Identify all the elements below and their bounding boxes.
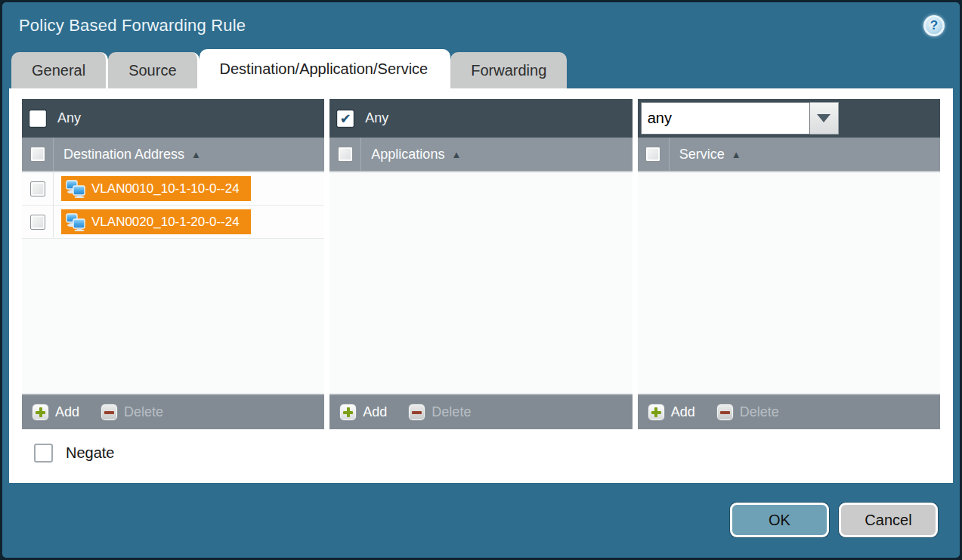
applications-add-button[interactable]: Add xyxy=(339,404,387,421)
chevron-down-icon xyxy=(817,114,831,122)
service-select-all-checkbox[interactable] xyxy=(645,147,660,162)
tab-source[interactable]: Source xyxy=(108,52,199,88)
service-dropdown[interactable] xyxy=(641,102,839,135)
applications-any-label: Any xyxy=(365,110,388,126)
sort-ascending-icon: ▲ xyxy=(732,150,741,159)
destination-address-header-row[interactable]: Destination Address ▲ xyxy=(22,138,324,172)
delete-icon xyxy=(101,404,118,421)
address-entry-label: VLAN0010_10-1-10-0--24 xyxy=(91,181,240,196)
sort-ascending-icon: ▲ xyxy=(191,150,201,159)
negate-label: Negate xyxy=(66,444,115,462)
address-entry[interactable]: VLAN0010_10-1-10-0--24 xyxy=(61,176,251,201)
destination-address-header-label: Destination Address xyxy=(63,147,184,162)
dialog-button-bar: OK Cancel xyxy=(2,483,960,558)
row-checkbox[interactable] xyxy=(30,215,45,230)
cancel-button[interactable]: Cancel xyxy=(839,503,938,537)
service-delete-button[interactable]: Delete xyxy=(716,404,779,421)
destination-select-all-checkbox[interactable] xyxy=(30,147,45,162)
applications-delete-button[interactable]: Delete xyxy=(408,404,471,421)
destination-address-list: VLAN0010_10-1-10-0--24 VLAN0020_10-1-20-… xyxy=(22,172,324,394)
applications-any-band: Any xyxy=(329,99,632,138)
negate-row: Negate xyxy=(22,429,940,476)
add-icon xyxy=(648,404,665,421)
network-computers-icon xyxy=(66,213,85,231)
network-computers-icon xyxy=(66,180,85,198)
applications-header-label: Applications xyxy=(371,147,444,162)
service-header-label: Service xyxy=(679,147,725,162)
tab-bar: General Source Destination/Application/S… xyxy=(2,49,960,88)
dropdown-button[interactable] xyxy=(810,102,839,135)
delete-icon xyxy=(716,404,734,421)
row-checkbox[interactable] xyxy=(30,181,45,196)
delete-icon xyxy=(408,404,425,421)
destination-delete-button[interactable]: Delete xyxy=(101,404,163,421)
table-row: VLAN0020_10-1-20-0--24 xyxy=(22,206,324,239)
address-entry[interactable]: VLAN0020_10-1-20-0--24 xyxy=(61,209,251,234)
service-list xyxy=(638,172,940,394)
negate-checkbox[interactable] xyxy=(34,444,53,463)
tab-general[interactable]: General xyxy=(11,52,108,88)
address-entry-label: VLAN0020_10-1-20-0--24 xyxy=(91,215,240,230)
help-icon[interactable]: ? xyxy=(923,15,945,36)
tab-destination-application-service[interactable]: Destination/Application/Service xyxy=(200,49,451,88)
add-icon xyxy=(32,404,49,421)
ok-button[interactable]: OK xyxy=(730,503,829,537)
destination-any-checkbox[interactable] xyxy=(29,110,46,127)
applications-column: Any Applications ▲ Add xyxy=(329,99,632,429)
tab-content-panel: Any Destination Address ▲ VLAN0010_10-1-… xyxy=(9,88,953,483)
policy-based-forwarding-dialog: Policy Based Forwarding Rule ? General S… xyxy=(0,0,962,560)
destination-add-button[interactable]: Add xyxy=(32,404,79,421)
destination-address-column: Any Destination Address ▲ VLAN0010_10-1-… xyxy=(22,99,324,429)
service-add-button[interactable]: Add xyxy=(648,404,695,421)
applications-list xyxy=(329,172,632,394)
destination-footer-bar: Add Delete xyxy=(22,394,324,429)
service-any-band xyxy=(638,99,940,138)
service-footer-bar: Add Delete xyxy=(638,394,940,429)
table-row: VLAN0010_10-1-10-0--24 xyxy=(22,172,324,206)
sort-ascending-icon: ▲ xyxy=(451,150,461,159)
destination-any-band: Any xyxy=(22,99,324,138)
applications-header-row[interactable]: Applications ▲ xyxy=(329,138,632,172)
dialog-titlebar: Policy Based Forwarding Rule ? xyxy=(2,2,960,49)
add-icon xyxy=(339,404,357,421)
applications-any-checkbox[interactable] xyxy=(337,110,354,127)
destination-any-label: Any xyxy=(57,110,81,126)
applications-select-all-checkbox[interactable] xyxy=(338,147,353,162)
service-header-row[interactable]: Service ▲ xyxy=(638,138,940,172)
applications-footer-bar: Add Delete xyxy=(329,394,632,429)
dialog-title: Policy Based Forwarding Rule xyxy=(19,16,923,36)
columns-container: Any Destination Address ▲ VLAN0010_10-1-… xyxy=(22,99,940,429)
tab-forwarding[interactable]: Forwarding xyxy=(450,52,567,88)
service-dropdown-input[interactable] xyxy=(641,102,810,135)
service-column: Service ▲ Add Delete xyxy=(638,99,940,429)
